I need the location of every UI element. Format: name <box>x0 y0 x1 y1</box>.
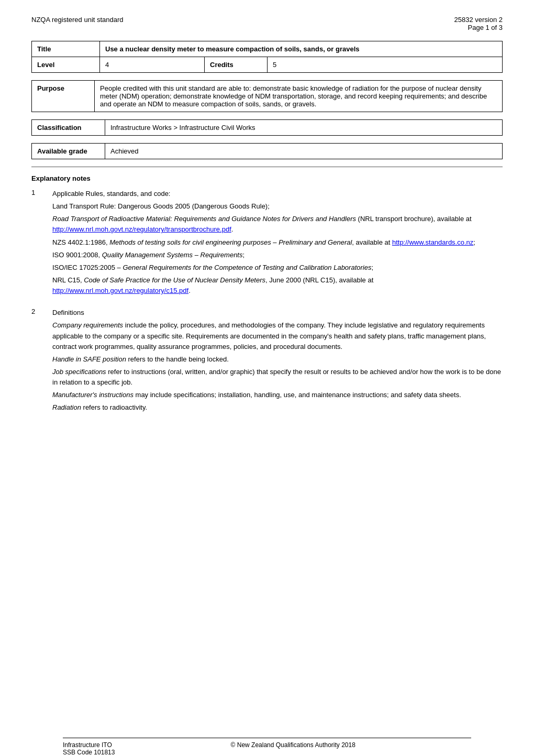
explanatory-notes-title: Explanatory notes <box>31 174 503 182</box>
registered-label: NZQA registered unit standard <box>31 16 124 24</box>
purpose-value: People credited with this unit standard … <box>95 81 503 112</box>
item2-line5: Radiation refers to radioactivity. <box>52 402 503 413</box>
title-section-table: Title Use a nuclear density meter to mea… <box>31 41 503 73</box>
list-number: 2 <box>31 308 42 315</box>
item2-line1: Company requirements include the policy,… <box>52 320 503 352</box>
page-header: NZQA registered unit standard 25832 vers… <box>31 16 503 31</box>
page-number: Page 1 of 3 <box>454 24 503 31</box>
item2-intro: Definitions <box>52 308 503 318</box>
title-label: Title <box>32 41 100 57</box>
available-grade-label: Available grade <box>32 144 105 159</box>
transport-brochure-link[interactable]: http://www.nrl.moh.govt.nz/regulatory/tr… <box>52 225 231 233</box>
item1-line6: NRL C15, Code of Safe Practice for the U… <box>52 275 503 296</box>
item1-line1: Land Transport Rule: Dangerous Goods 200… <box>52 201 503 212</box>
item1-intro: Applicable Rules, standards, and code: <box>52 189 503 199</box>
explanatory-notes-section: Explanatory notes 1 Applicable Rules, st… <box>31 174 503 415</box>
level-label: Level <box>32 57 100 73</box>
standards-link[interactable]: http://www.standards.co.nz <box>392 238 473 246</box>
purpose-row: Purpose People credited with this unit s… <box>32 81 503 112</box>
item1-line2: Road Transport of Radioactive Material: … <box>52 214 503 235</box>
available-grade-table: Available grade Achieved <box>31 143 503 159</box>
item1-line4: ISO 9001:2008, Quality Management System… <box>52 250 503 260</box>
title-value: Use a nuclear density meter to measure c… <box>100 41 503 57</box>
list-item: 2 Definitions Company requirements inclu… <box>31 308 503 415</box>
version-number: 25832 version 2 <box>454 16 503 24</box>
level-credits-row: Level 4 Credits 5 <box>32 57 503 73</box>
footer-ito: Infrastructure ITO <box>63 741 115 749</box>
explanatory-notes-list: 1 Applicable Rules, standards, and code:… <box>31 189 503 415</box>
available-grade-row: Available grade Achieved <box>32 144 503 159</box>
classification-row: Classification Infrastructure Works > In… <box>32 120 503 136</box>
footer-ssb: SSB Code 101813 <box>63 749 115 756</box>
page-footer: Infrastructure ITO SSB Code 101813 © New… <box>63 738 471 756</box>
footer-center: © New Zealand Qualifications Authority 2… <box>231 741 355 756</box>
credits-label: Credits <box>205 57 268 73</box>
c15-link[interactable]: http://www.nrl.moh.govt.nz/regulatory/c1… <box>52 287 188 294</box>
item1-line3: NZS 4402.1:1986, Methods of testing soil… <box>52 237 503 248</box>
title-row: Title Use a nuclear density meter to mea… <box>32 41 503 57</box>
purpose-label: Purpose <box>32 81 95 112</box>
footer-left: Infrastructure ITO SSB Code 101813 <box>63 741 115 756</box>
classification-label: Classification <box>32 120 105 136</box>
list-number: 1 <box>31 189 42 196</box>
item2-line3: Job specifications refer to instructions… <box>52 367 503 388</box>
list-content-2: Definitions Company requirements include… <box>52 308 503 415</box>
list-content-1: Applicable Rules, standards, and code: L… <box>52 189 503 298</box>
item2-line2: Handle in SAFE position refers to the ha… <box>52 354 503 365</box>
footer-copyright: © New Zealand Qualifications Authority 2… <box>231 741 355 749</box>
item1-line5: ISO/IEC 17025:2005 – General Requirement… <box>52 262 503 273</box>
available-grade-value: Achieved <box>105 144 503 159</box>
item2-line4: Manufacturer's instructions may include … <box>52 390 503 400</box>
credits-value: 5 <box>268 57 503 73</box>
section-divider <box>31 167 503 167</box>
purpose-table: Purpose People credited with this unit s… <box>31 80 503 112</box>
list-item: 1 Applicable Rules, standards, and code:… <box>31 189 503 298</box>
header-right: 25832 version 2 Page 1 of 3 <box>454 16 503 31</box>
classification-value: Infrastructure Works > Infrastructure Ci… <box>105 120 503 136</box>
header-left: NZQA registered unit standard <box>31 16 124 24</box>
classification-table: Classification Infrastructure Works > In… <box>31 119 503 136</box>
level-value: 4 <box>100 57 205 73</box>
